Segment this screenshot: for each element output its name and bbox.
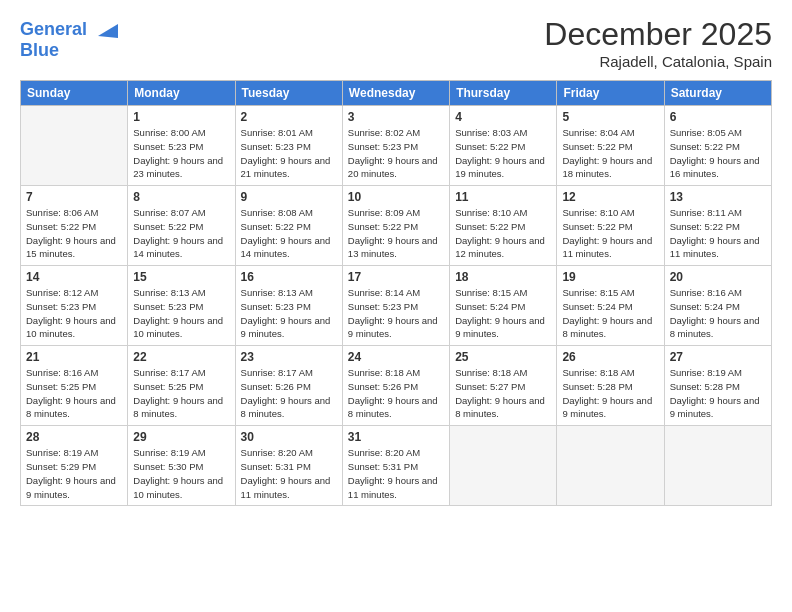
calendar-day-cell: 14Sunrise: 8:12 AMSunset: 5:23 PMDayligh…	[21, 266, 128, 346]
calendar-day-cell: 7Sunrise: 8:06 AMSunset: 5:22 PMDaylight…	[21, 186, 128, 266]
day-number: 16	[241, 270, 337, 284]
calendar-day-cell: 2Sunrise: 8:01 AMSunset: 5:23 PMDaylight…	[235, 106, 342, 186]
day-info: Sunrise: 8:18 AMSunset: 5:28 PMDaylight:…	[562, 366, 658, 421]
calendar-day-cell	[21, 106, 128, 186]
day-info: Sunrise: 8:17 AMSunset: 5:26 PMDaylight:…	[241, 366, 337, 421]
day-info: Sunrise: 8:09 AMSunset: 5:22 PMDaylight:…	[348, 206, 444, 261]
weekday-header: Tuesday	[235, 81, 342, 106]
logo: General Blue	[20, 16, 118, 61]
day-info: Sunrise: 8:10 AMSunset: 5:22 PMDaylight:…	[562, 206, 658, 261]
weekday-header: Friday	[557, 81, 664, 106]
day-number: 12	[562, 190, 658, 204]
day-info: Sunrise: 8:11 AMSunset: 5:22 PMDaylight:…	[670, 206, 766, 261]
day-number: 21	[26, 350, 122, 364]
day-number: 20	[670, 270, 766, 284]
day-number: 26	[562, 350, 658, 364]
calendar-day-cell: 23Sunrise: 8:17 AMSunset: 5:26 PMDayligh…	[235, 346, 342, 426]
page: General Blue December 2025 Rajadell, Cat…	[0, 0, 792, 612]
calendar-day-cell: 16Sunrise: 8:13 AMSunset: 5:23 PMDayligh…	[235, 266, 342, 346]
day-info: Sunrise: 8:18 AMSunset: 5:27 PMDaylight:…	[455, 366, 551, 421]
day-info: Sunrise: 8:17 AMSunset: 5:25 PMDaylight:…	[133, 366, 229, 421]
day-info: Sunrise: 8:12 AMSunset: 5:23 PMDaylight:…	[26, 286, 122, 341]
day-info: Sunrise: 8:14 AMSunset: 5:23 PMDaylight:…	[348, 286, 444, 341]
day-number: 17	[348, 270, 444, 284]
day-info: Sunrise: 8:13 AMSunset: 5:23 PMDaylight:…	[133, 286, 229, 341]
day-info: Sunrise: 8:08 AMSunset: 5:22 PMDaylight:…	[241, 206, 337, 261]
day-number: 27	[670, 350, 766, 364]
day-info: Sunrise: 8:03 AMSunset: 5:22 PMDaylight:…	[455, 126, 551, 181]
day-number: 9	[241, 190, 337, 204]
day-number: 7	[26, 190, 122, 204]
day-number: 4	[455, 110, 551, 124]
calendar-day-cell	[450, 426, 557, 506]
day-number: 13	[670, 190, 766, 204]
day-number: 2	[241, 110, 337, 124]
calendar-day-cell: 29Sunrise: 8:19 AMSunset: 5:30 PMDayligh…	[128, 426, 235, 506]
day-number: 6	[670, 110, 766, 124]
day-number: 5	[562, 110, 658, 124]
calendar-day-cell: 15Sunrise: 8:13 AMSunset: 5:23 PMDayligh…	[128, 266, 235, 346]
day-info: Sunrise: 8:10 AMSunset: 5:22 PMDaylight:…	[455, 206, 551, 261]
calendar-day-cell: 1Sunrise: 8:00 AMSunset: 5:23 PMDaylight…	[128, 106, 235, 186]
day-number: 10	[348, 190, 444, 204]
calendar-day-cell: 28Sunrise: 8:19 AMSunset: 5:29 PMDayligh…	[21, 426, 128, 506]
day-number: 3	[348, 110, 444, 124]
day-info: Sunrise: 8:02 AMSunset: 5:23 PMDaylight:…	[348, 126, 444, 181]
day-number: 30	[241, 430, 337, 444]
calendar-day-cell: 8Sunrise: 8:07 AMSunset: 5:22 PMDaylight…	[128, 186, 235, 266]
day-number: 28	[26, 430, 122, 444]
calendar-day-cell: 25Sunrise: 8:18 AMSunset: 5:27 PMDayligh…	[450, 346, 557, 426]
day-number: 29	[133, 430, 229, 444]
calendar-day-cell: 20Sunrise: 8:16 AMSunset: 5:24 PMDayligh…	[664, 266, 771, 346]
day-number: 19	[562, 270, 658, 284]
calendar-day-cell: 13Sunrise: 8:11 AMSunset: 5:22 PMDayligh…	[664, 186, 771, 266]
calendar-day-cell: 21Sunrise: 8:16 AMSunset: 5:25 PMDayligh…	[21, 346, 128, 426]
calendar-day-cell: 12Sunrise: 8:10 AMSunset: 5:22 PMDayligh…	[557, 186, 664, 266]
day-info: Sunrise: 8:16 AMSunset: 5:24 PMDaylight:…	[670, 286, 766, 341]
calendar-day-cell: 6Sunrise: 8:05 AMSunset: 5:22 PMDaylight…	[664, 106, 771, 186]
day-info: Sunrise: 8:00 AMSunset: 5:23 PMDaylight:…	[133, 126, 229, 181]
calendar-day-cell: 19Sunrise: 8:15 AMSunset: 5:24 PMDayligh…	[557, 266, 664, 346]
day-number: 11	[455, 190, 551, 204]
day-info: Sunrise: 8:06 AMSunset: 5:22 PMDaylight:…	[26, 206, 122, 261]
day-info: Sunrise: 8:15 AMSunset: 5:24 PMDaylight:…	[562, 286, 658, 341]
calendar-day-cell: 30Sunrise: 8:20 AMSunset: 5:31 PMDayligh…	[235, 426, 342, 506]
calendar-week-row: 7Sunrise: 8:06 AMSunset: 5:22 PMDaylight…	[21, 186, 772, 266]
calendar-day-cell: 4Sunrise: 8:03 AMSunset: 5:22 PMDaylight…	[450, 106, 557, 186]
day-info: Sunrise: 8:05 AMSunset: 5:22 PMDaylight:…	[670, 126, 766, 181]
day-info: Sunrise: 8:04 AMSunset: 5:22 PMDaylight:…	[562, 126, 658, 181]
calendar-day-cell: 26Sunrise: 8:18 AMSunset: 5:28 PMDayligh…	[557, 346, 664, 426]
calendar-day-cell	[664, 426, 771, 506]
calendar-day-cell: 24Sunrise: 8:18 AMSunset: 5:26 PMDayligh…	[342, 346, 449, 426]
day-info: Sunrise: 8:15 AMSunset: 5:24 PMDaylight:…	[455, 286, 551, 341]
header: General Blue December 2025 Rajadell, Cat…	[20, 16, 772, 70]
weekday-header: Thursday	[450, 81, 557, 106]
weekday-header: Wednesday	[342, 81, 449, 106]
weekday-header: Monday	[128, 81, 235, 106]
month-title: December 2025	[544, 16, 772, 53]
day-number: 18	[455, 270, 551, 284]
calendar-week-row: 21Sunrise: 8:16 AMSunset: 5:25 PMDayligh…	[21, 346, 772, 426]
calendar-day-cell	[557, 426, 664, 506]
day-number: 23	[241, 350, 337, 364]
day-info: Sunrise: 8:13 AMSunset: 5:23 PMDaylight:…	[241, 286, 337, 341]
calendar-day-cell: 18Sunrise: 8:15 AMSunset: 5:24 PMDayligh…	[450, 266, 557, 346]
day-info: Sunrise: 8:19 AMSunset: 5:28 PMDaylight:…	[670, 366, 766, 421]
calendar-day-cell: 10Sunrise: 8:09 AMSunset: 5:22 PMDayligh…	[342, 186, 449, 266]
day-number: 8	[133, 190, 229, 204]
calendar-table: SundayMondayTuesdayWednesdayThursdayFrid…	[20, 80, 772, 506]
calendar-day-cell: 9Sunrise: 8:08 AMSunset: 5:22 PMDaylight…	[235, 186, 342, 266]
calendar-day-cell: 5Sunrise: 8:04 AMSunset: 5:22 PMDaylight…	[557, 106, 664, 186]
svg-marker-0	[98, 24, 118, 38]
day-number: 31	[348, 430, 444, 444]
day-info: Sunrise: 8:20 AMSunset: 5:31 PMDaylight:…	[241, 446, 337, 501]
day-number: 24	[348, 350, 444, 364]
logo-icon	[90, 16, 118, 44]
day-info: Sunrise: 8:16 AMSunset: 5:25 PMDaylight:…	[26, 366, 122, 421]
day-number: 15	[133, 270, 229, 284]
calendar-day-cell: 22Sunrise: 8:17 AMSunset: 5:25 PMDayligh…	[128, 346, 235, 426]
calendar-day-cell: 31Sunrise: 8:20 AMSunset: 5:31 PMDayligh…	[342, 426, 449, 506]
calendar-week-row: 14Sunrise: 8:12 AMSunset: 5:23 PMDayligh…	[21, 266, 772, 346]
day-number: 22	[133, 350, 229, 364]
location: Rajadell, Catalonia, Spain	[544, 53, 772, 70]
